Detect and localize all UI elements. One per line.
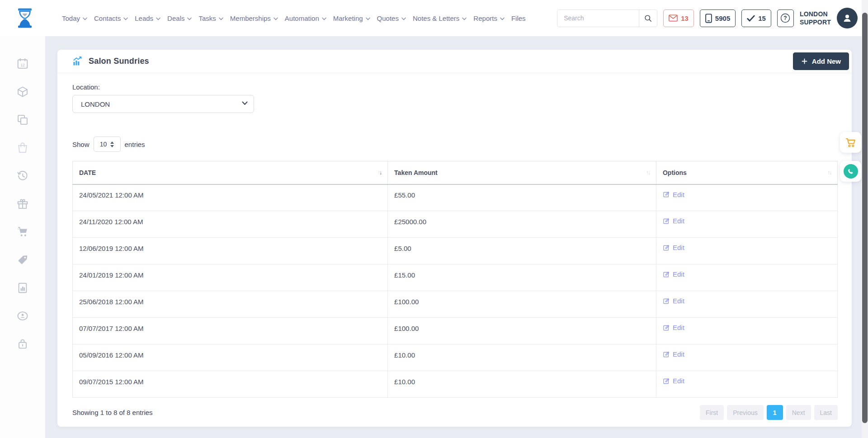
pagination-next[interactable]: Next xyxy=(786,405,811,420)
add-new-button[interactable]: Add New xyxy=(793,52,849,70)
nav-item[interactable]: Contacts xyxy=(94,14,128,22)
calendar-icon: 12 xyxy=(16,57,29,70)
page-title: Salon Sundries xyxy=(89,57,149,66)
edit-button[interactable]: Edit xyxy=(663,270,684,278)
question-icon: ? xyxy=(780,13,791,24)
call-badge[interactable]: 5905 xyxy=(700,9,736,27)
sidebar-item-package[interactable] xyxy=(0,78,45,106)
cell-options: Edit xyxy=(656,184,837,211)
page-length-input[interactable]: 10 xyxy=(94,137,121,152)
nav-item[interactable]: Marketing xyxy=(333,14,370,22)
shopping-bag-icon xyxy=(16,141,29,154)
avatar[interactable] xyxy=(837,8,858,28)
nav-item[interactable]: Leads xyxy=(135,14,160,22)
sidebar-item-history[interactable] xyxy=(0,162,45,190)
nav-item-label: Memberships xyxy=(230,14,271,22)
column-header-taken-amount[interactable]: Taken Amount ↑↓ xyxy=(388,161,656,184)
task-badge[interactable]: 15 xyxy=(741,9,771,27)
edit-button[interactable]: Edit xyxy=(663,297,684,305)
pagination-current-page[interactable]: 1 xyxy=(767,405,783,420)
floating-cart-button[interactable] xyxy=(840,132,861,153)
edit-label: Edit xyxy=(673,324,684,331)
cell-date: 09/07/2015 12:00 AM xyxy=(73,371,388,398)
cell-amount: £55.00 xyxy=(388,184,656,211)
nav-item[interactable]: Notes & Letters xyxy=(413,14,467,22)
nav-item-label: Tasks xyxy=(198,14,216,22)
report-icon xyxy=(16,282,29,294)
sidebar-item-copy[interactable] xyxy=(0,106,45,134)
table-body: 24/05/2021 12:00 AM £55.00 Edit xyxy=(73,184,838,398)
chevron-down-icon xyxy=(500,17,505,20)
nav-item[interactable]: Today xyxy=(62,14,87,22)
edit-button[interactable]: Edit xyxy=(663,217,684,225)
sidebar-item-tag[interactable] xyxy=(0,246,45,274)
column-header-date[interactable]: DATE ↑↓ xyxy=(73,161,388,184)
cell-amount: £15.00 xyxy=(388,264,656,291)
nav-item[interactable]: Quotes xyxy=(377,14,406,22)
nav-item[interactable]: Memberships xyxy=(230,14,278,22)
pagination-first[interactable]: First xyxy=(700,405,724,420)
edit-button[interactable]: Edit xyxy=(663,350,684,358)
edit-label: Edit xyxy=(673,377,684,385)
sidebar-item-gift[interactable] xyxy=(0,190,45,218)
user-name[interactable]: LONDON SUPPORT xyxy=(800,10,831,26)
chevron-down-icon xyxy=(462,17,467,20)
chevron-down-icon xyxy=(366,17,370,20)
search-button[interactable] xyxy=(639,10,657,27)
sort-icon: ↑↓ xyxy=(377,170,381,176)
table-row: 09/07/2015 12:00 AM £10.00 Edit xyxy=(73,371,838,398)
location-select[interactable]: LONDON xyxy=(72,95,254,113)
support-person-icon xyxy=(16,310,29,322)
nav-item[interactable]: Automation xyxy=(285,14,326,22)
package-icon xyxy=(16,85,29,98)
edit-button[interactable]: Edit xyxy=(663,324,684,331)
edit-pencil-icon xyxy=(663,297,670,305)
sidebar-item-calendar[interactable]: 12 xyxy=(0,50,45,78)
user-icon xyxy=(842,13,853,24)
sidebar-item-lock[interactable] xyxy=(0,330,45,358)
cell-options: Edit xyxy=(656,211,837,238)
help-button[interactable]: ? xyxy=(777,9,794,27)
cell-date: 24/01/2019 12:00 AM xyxy=(73,264,388,291)
check-icon xyxy=(747,15,755,22)
card-header: Salon Sundries Add New xyxy=(57,50,852,73)
sidebar-item-report[interactable] xyxy=(0,274,45,302)
pagination-previous[interactable]: Previous xyxy=(727,405,763,420)
main-card: Salon Sundries Add New Location: LONDON … xyxy=(57,50,852,427)
task-count: 15 xyxy=(758,14,766,22)
search-input[interactable] xyxy=(557,10,639,27)
edit-label: Edit xyxy=(673,350,684,358)
nav-item[interactable]: Deals xyxy=(167,14,192,22)
edit-pencil-icon xyxy=(663,217,670,225)
edit-button[interactable]: Edit xyxy=(663,377,684,385)
entries-summary: Showing 1 to 8 of 8 entries xyxy=(72,409,153,416)
nav-item[interactable]: Reports xyxy=(473,14,505,22)
chevron-down-icon xyxy=(123,17,128,20)
scrollbar-thumb[interactable] xyxy=(862,13,868,423)
sidebar-item-cart[interactable] xyxy=(0,218,45,246)
sidebar-item-shopping-bag[interactable] xyxy=(0,134,45,162)
nav-item[interactable]: Tasks xyxy=(198,14,223,22)
floating-phone-button[interactable] xyxy=(840,161,861,182)
mail-badge[interactable]: 13 xyxy=(663,9,694,27)
user-name-line1: LONDON xyxy=(800,10,831,18)
edit-label: Edit xyxy=(673,217,684,225)
edit-button[interactable]: Edit xyxy=(663,191,684,198)
column-header-options[interactable]: Options ↑↓ xyxy=(656,161,837,184)
pagination-last[interactable]: Last xyxy=(814,405,838,420)
edit-pencil-icon xyxy=(663,271,670,278)
table-row: 05/09/2016 12:00 AM £10.00 Edit xyxy=(73,344,838,371)
svg-text:?: ? xyxy=(784,15,787,21)
edit-button[interactable]: Edit xyxy=(663,244,684,251)
chevron-down-icon xyxy=(187,17,192,20)
phone-circle xyxy=(844,164,858,179)
nav-item[interactable]: Files xyxy=(511,14,526,22)
chevron-down-icon xyxy=(274,17,278,20)
cell-amount: £10.00 xyxy=(388,371,656,398)
table-row: 25/06/2018 12:00 AM £100.00 Edit xyxy=(73,291,838,318)
table-row: 24/01/2019 12:00 AM £15.00 Edit xyxy=(73,264,838,291)
scrollbar-track[interactable] xyxy=(862,0,868,438)
app-logo-hourglass-icon[interactable] xyxy=(17,7,33,29)
sidebar-item-support[interactable] xyxy=(0,302,45,330)
gift-icon xyxy=(16,198,29,210)
